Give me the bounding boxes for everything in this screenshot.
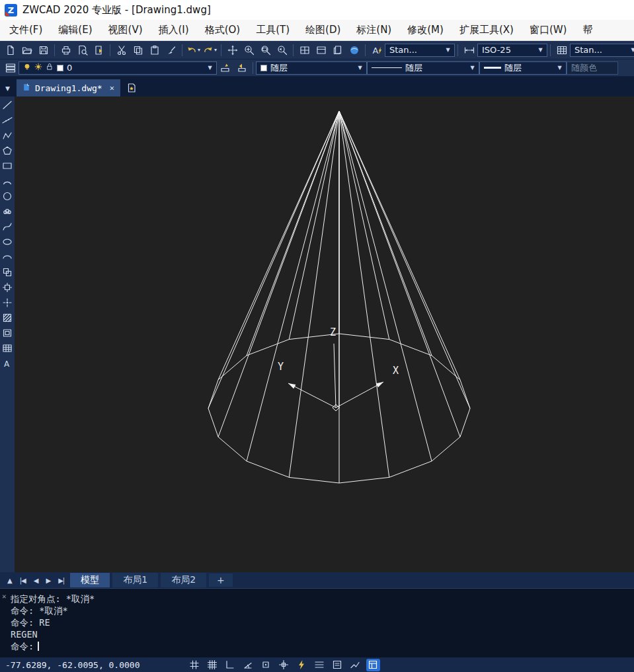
table-style-select[interactable]: Stan... ▼: [570, 44, 634, 57]
expand-icon[interactable]: ▲: [4, 577, 15, 584]
layer-previous-icon[interactable]: [233, 61, 250, 75]
dim-style-select[interactable]: ISO-25 ▼: [477, 44, 547, 57]
standard-toolbar: ▾ ▾ A Stan... ▼ ISO-25 ▼ Stan... ▼: [0, 41, 634, 59]
grid-icon[interactable]: [206, 659, 219, 671]
line-icon[interactable]: [1, 99, 13, 111]
ellipse-icon[interactable]: [1, 236, 13, 248]
lineweight-icon[interactable]: [313, 659, 327, 671]
file-tab-label: Drawing1.dwg*: [35, 83, 102, 93]
menu-help[interactable]: 帮: [575, 20, 600, 40]
named-views-icon[interactable]: [313, 43, 329, 57]
menu-window[interactable]: 窗口(W): [522, 20, 575, 40]
point-icon[interactable]: [1, 297, 13, 309]
copy-icon[interactable]: [130, 43, 146, 57]
save-icon[interactable]: [35, 43, 52, 57]
pan-icon[interactable]: [224, 43, 241, 57]
open-icon[interactable]: [19, 43, 35, 57]
menu-tools[interactable]: 工具(T): [248, 20, 297, 40]
sheet-set-icon[interactable]: [329, 43, 346, 57]
table-style-value: Stan...: [575, 45, 602, 55]
command-prompt[interactable]: 命令:: [11, 640, 634, 652]
tab-list-icon[interactable]: ▼: [4, 85, 14, 96]
make-current-icon[interactable]: [217, 61, 233, 75]
circle-icon[interactable]: [1, 190, 13, 202]
menu-format[interactable]: 格式(O): [197, 20, 249, 40]
mtext-icon[interactable]: A: [1, 357, 13, 369]
layer-select[interactable]: 0 ▼: [19, 61, 217, 75]
menu-view[interactable]: 视图(V): [100, 20, 151, 40]
dim-style-icon[interactable]: [461, 43, 477, 57]
command-window[interactable]: ✕ 指定对角点: *取消* 命令: *取消* 命令: RE REGEN 命令:: [0, 588, 634, 657]
menu-modify[interactable]: 修改(M): [399, 20, 452, 40]
make-block-icon[interactable]: [1, 281, 13, 293]
menu-draw[interactable]: 绘图(D): [297, 20, 348, 40]
menu-edit[interactable]: 编辑(E): [50, 20, 100, 40]
spline-icon[interactable]: [1, 221, 13, 233]
next-tab-icon[interactable]: ▶: [42, 577, 54, 584]
publish-icon[interactable]: [91, 43, 107, 57]
plot-style-value: 随颜色: [571, 62, 597, 74]
zoom-window-icon[interactable]: [257, 43, 274, 57]
ortho-icon[interactable]: [223, 659, 237, 671]
paste-icon[interactable]: [146, 43, 163, 57]
command-close-icon[interactable]: ✕: [2, 592, 7, 601]
text-style-icon[interactable]: A: [368, 43, 385, 57]
xline-icon[interactable]: [1, 114, 13, 126]
prev-tab-icon[interactable]: ◀: [30, 577, 42, 584]
close-tab-icon[interactable]: ✕: [107, 83, 114, 93]
revcloud-icon[interactable]: [1, 205, 13, 217]
plot-icon[interactable]: [58, 43, 74, 57]
polar-icon[interactable]: [241, 659, 255, 671]
linetype-select[interactable]: 随层 ▼: [367, 61, 479, 75]
tab-layout1[interactable]: 布局1: [112, 573, 158, 587]
polygon-icon[interactable]: [1, 145, 13, 157]
undo-icon[interactable]: ▾: [185, 43, 202, 57]
menu-express-tools[interactable]: 扩展工具(X): [452, 20, 522, 40]
model-viewport[interactable]: XYZ: [15, 96, 634, 572]
polyline-icon[interactable]: [1, 130, 13, 141]
cut-icon[interactable]: [113, 43, 130, 57]
dyn-input-icon[interactable]: [295, 659, 309, 671]
insert-block-icon[interactable]: [1, 266, 13, 278]
tab-model[interactable]: 模型: [70, 573, 110, 587]
toolbar-separator: [293, 44, 294, 56]
preview-icon[interactable]: [74, 43, 91, 57]
render-icon[interactable]: [346, 43, 362, 57]
table-style-icon[interactable]: [553, 43, 570, 57]
svg-text:Y: Y: [278, 361, 284, 373]
osnap-icon[interactable]: [259, 659, 273, 671]
hatch-icon[interactable]: [1, 312, 13, 324]
layer-properties-icon[interactable]: [2, 61, 19, 75]
menu-insert[interactable]: 插入(I): [151, 20, 197, 40]
redo-icon[interactable]: ▾: [202, 43, 218, 57]
viewports-icon[interactable]: [296, 43, 313, 57]
title-bar: Z ZWCAD 2020 专业版 - [Drawing1.dwg]: [0, 0, 634, 20]
new-icon[interactable]: [2, 43, 19, 57]
otrack-icon[interactable]: [277, 659, 291, 671]
add-layout-button[interactable]: +: [209, 574, 233, 587]
last-tab-icon[interactable]: ▶|: [55, 577, 67, 584]
region-icon[interactable]: [1, 327, 13, 339]
lineweight-select[interactable]: 随层 ▼: [479, 61, 567, 75]
table-icon[interactable]: [1, 342, 13, 354]
snap-icon[interactable]: [188, 659, 202, 671]
rectangle-icon[interactable]: [1, 160, 13, 172]
zoom-realtime-icon[interactable]: [241, 43, 257, 57]
color-select[interactable]: 随层 ▼: [256, 61, 367, 75]
match-properties-icon[interactable]: [163, 43, 179, 57]
ellipse-arc-icon[interactable]: [1, 251, 13, 263]
zoom-previous-icon[interactable]: [274, 43, 290, 57]
menu-dimension[interactable]: 标注(N): [348, 20, 399, 40]
arc-icon[interactable]: [1, 175, 13, 187]
tracking-icon[interactable]: [348, 659, 362, 671]
tab-layout2[interactable]: 布局2: [161, 573, 206, 587]
toolbar-separator: [54, 44, 55, 56]
first-tab-icon[interactable]: |◀: [17, 577, 29, 584]
properties-icon[interactable]: [331, 659, 344, 671]
menu-file[interactable]: 文件(F): [1, 20, 50, 40]
model-space-icon[interactable]: [366, 659, 380, 671]
file-tab-active[interactable]: Drawing1.dwg* ✕: [17, 79, 120, 96]
text-style-select[interactable]: Stan... ▼: [385, 44, 455, 57]
new-tab-icon[interactable]: [123, 79, 140, 96]
model-canvas[interactable]: XYZ: [15, 96, 634, 572]
